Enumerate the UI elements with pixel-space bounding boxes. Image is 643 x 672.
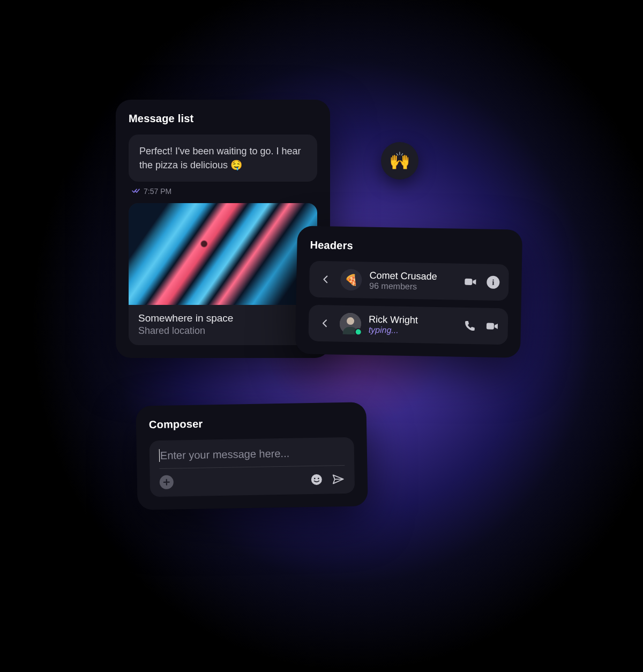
svg-rect-3: [487, 323, 494, 330]
back-button[interactable]: [317, 316, 332, 331]
composer-title: Composer: [149, 415, 354, 431]
header-actions: i: [463, 275, 500, 289]
header-member-count: 96 members: [369, 281, 456, 292]
phone-icon: [464, 320, 476, 332]
location-title: Somewhere in space: [138, 312, 308, 324]
header-text-group: Comet Crusade 96 members: [369, 270, 457, 292]
header-actions: [463, 319, 499, 333]
header-user-name: Rick Wright: [369, 313, 455, 326]
attachment-button[interactable]: [160, 475, 174, 489]
header-text-user: Rick Wright typing...: [369, 313, 456, 336]
header-row-user[interactable]: Rick Wright typing...: [308, 305, 508, 345]
input-placeholder: Enter your message here...: [160, 447, 290, 461]
send-button[interactable]: [331, 472, 345, 486]
video-icon: [486, 322, 499, 331]
composer-card: Composer Enter your message here...: [136, 402, 368, 510]
chevron-left-icon: [323, 275, 328, 283]
location-subtitle: Shared location: [138, 325, 308, 337]
send-icon: [332, 473, 345, 486]
read-receipt-icon: [132, 187, 140, 196]
location-attachment[interactable]: Somewhere in space Shared location: [129, 203, 317, 345]
group-avatar[interactable]: 🍕: [340, 269, 362, 291]
typing-indicator: typing...: [369, 325, 455, 336]
emoji-button[interactable]: [310, 473, 324, 487]
message-bubble[interactable]: Perfect! I've been waiting to go. I hear…: [129, 135, 317, 182]
header-name: Comet Crusade: [369, 270, 456, 282]
reaction-bubble[interactable]: 🙌: [381, 142, 418, 180]
video-call-button[interactable]: [463, 275, 477, 289]
message-input[interactable]: Enter your message here...: [159, 446, 345, 469]
headers-card: Headers 🍕 Comet Crusade 96 members i: [295, 226, 522, 357]
back-button[interactable]: [318, 272, 333, 287]
message-timestamp: 7:57 PM: [144, 187, 171, 196]
message-list-title: Message list: [129, 113, 317, 125]
composer-box: Enter your message here...: [149, 437, 355, 497]
info-icon: i: [487, 276, 499, 289]
svg-point-4: [311, 474, 322, 485]
message-meta: 7:57 PM: [129, 187, 317, 196]
info-button[interactable]: i: [486, 275, 500, 289]
smile-icon: [310, 473, 323, 486]
plus-icon: [163, 479, 170, 486]
location-image: [129, 203, 317, 305]
chevron-left-icon: [322, 319, 327, 327]
composer-actions: [160, 472, 345, 489]
video-icon: [464, 277, 477, 287]
presence-indicator: [355, 328, 362, 335]
location-text: Somewhere in space Shared location: [129, 305, 317, 345]
header-row-group[interactable]: 🍕 Comet Crusade 96 members i: [309, 261, 509, 301]
headers-title: Headers: [310, 239, 509, 255]
pizza-icon: 🍕: [345, 273, 358, 286]
user-avatar[interactable]: [340, 313, 362, 335]
raised-hands-icon: 🙌: [389, 151, 410, 171]
audio-call-button[interactable]: [463, 319, 477, 333]
video-call-button[interactable]: [485, 319, 499, 333]
svg-rect-0: [465, 279, 472, 285]
